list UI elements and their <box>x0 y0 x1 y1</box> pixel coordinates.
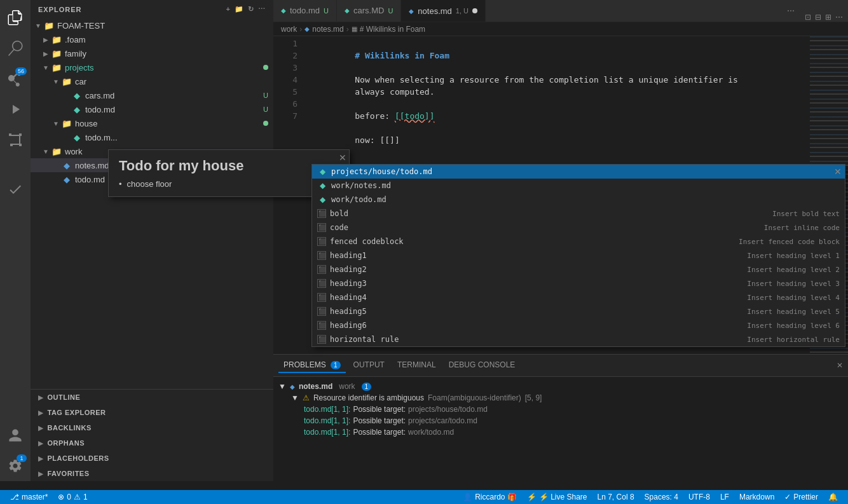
hover-bullet-dot: • <box>119 179 122 189</box>
split-horizontal-icon[interactable]: ⊟ <box>815 13 821 22</box>
new-file-icon[interactable]: + <box>226 5 231 13</box>
completion-label-3: work/todo.md <box>331 195 836 204</box>
problems-row-3-file: todo.md[1, 1]: <box>304 428 350 437</box>
tree-arrow-car: ▼ <box>51 78 61 85</box>
sidebar-section-outline[interactable]: ▶ OUTLINE <box>31 390 273 405</box>
tree-item-projects[interactable]: ▼ 📁 projects <box>31 60 273 74</box>
completion-item-fenced[interactable]: ⬛ fenced codeblock Insert fenced code bl… <box>312 235 845 249</box>
completion-item-h1[interactable]: ⬛ heading1 Insert heading level 1 <box>312 249 845 262</box>
status-feedback[interactable]: 🔔 <box>823 490 843 504</box>
tree-item-car[interactable]: ▼ 📁 car <box>31 74 273 88</box>
line-num-2: 2 <box>273 50 297 62</box>
sidebar-section-orphans[interactable]: ▶ ORPHANS <box>31 435 273 451</box>
hover-close-button[interactable]: ✕ <box>339 153 346 163</box>
projects-badge <box>263 65 268 70</box>
run-activity-icon[interactable] <box>0 94 31 125</box>
problems-tab-problems[interactable]: PROBLEMS 1 <box>278 358 346 373</box>
sidebar-section-favorites[interactable]: ▶ FAVORITES <box>31 466 273 481</box>
status-encoding[interactable]: UTF-8 <box>683 490 715 504</box>
completion-item-h2[interactable]: ⬛ heading2 Insert heading level 2 <box>312 262 845 276</box>
settings-badge: 1 <box>17 454 27 462</box>
tree-item-cars-md[interactable]: ◆ cars.md U <box>31 88 273 102</box>
tree-item-house[interactable]: ▼ 📁 house <box>31 116 273 130</box>
problems-group-header[interactable]: ▼ ◆ notes.md work 1 <box>278 381 843 392</box>
status-prettier[interactable]: ✓ Prettier <box>779 490 823 504</box>
tag-explorer-label: TAG EXPLORER <box>48 409 106 416</box>
completion-item-bold[interactable]: ⬛ bold Insert bold text <box>312 207 845 221</box>
user-label: Riccardo 🎁 <box>475 493 517 501</box>
eol-label: LF <box>720 493 729 501</box>
more-actions-icon[interactable]: ⋯ <box>835 13 843 22</box>
editor-layout-icon[interactable]: ⊞ <box>825 13 831 22</box>
warning-triangle-icon: ⚠ <box>303 393 310 402</box>
status-eol[interactable]: LF <box>715 490 734 504</box>
status-language[interactable]: Markdown <box>734 490 779 504</box>
account-activity-icon[interactable] <box>0 420 31 451</box>
sidebar-section-placeholders[interactable]: ▶ PLACEHOLDERS <box>31 451 273 466</box>
problems-badge: 1 <box>331 361 341 369</box>
problems-tab-terminal[interactable]: TERMINAL <box>392 358 441 373</box>
completion-item-h4[interactable]: ⬛ heading4 Insert heading level 4 <box>312 290 845 304</box>
status-branch[interactable]: ⎇ master* <box>5 490 53 504</box>
completion-desc-h2: Insert heading level 2 <box>747 266 840 274</box>
warning-message: Resource identifier is ambiguous <box>313 393 424 402</box>
completion-item-h3[interactable]: ⬛ heading3 Insert heading level 3 <box>312 276 845 290</box>
files-activity-icon[interactable] <box>0 3 31 33</box>
collapse-icon[interactable]: ⋯ <box>258 5 266 13</box>
problems-tab-debug[interactable]: DEBUG CONSOLE <box>444 358 521 373</box>
tree-item-todo-car[interactable]: ◆ todo.md U <box>31 102 273 116</box>
tab-cars[interactable]: ◆ cars.MD U <box>337 0 401 22</box>
breadcrumb-work[interactable]: work <box>281 25 297 34</box>
completion-item-code[interactable]: ⬛ code Insert inline code <box>312 221 845 235</box>
problems-row-1-file: todo.md[1, 1]: <box>304 405 350 414</box>
problems-panel-controls: ✕ <box>837 361 843 370</box>
tab-todo[interactable]: ◆ todo.md U <box>273 0 337 22</box>
editor-line-6: before: [[todo]] <box>305 98 810 110</box>
line-8-now: now: [[]] <box>355 135 399 145</box>
group-file-icon: ◆ <box>290 383 295 390</box>
sidebar-section-tag-explorer[interactable]: ▶ TAG EXPLORER <box>31 405 273 420</box>
sidebar-section-backlinks[interactable]: ▶ BACKLINKS <box>31 420 273 435</box>
completion-item-h6[interactable]: ⬛ heading6 Insert heading level 6 <box>312 318 845 332</box>
status-spaces[interactable]: Spaces: 4 <box>639 490 683 504</box>
line-num-3: 3 <box>273 62 297 74</box>
tree-root[interactable]: ▼ 📁 FOAM-TEST <box>31 18 273 32</box>
status-position[interactable]: Ln 7, Col 8 <box>592 490 639 504</box>
close-panel-icon[interactable]: ✕ <box>837 361 843 370</box>
status-liveshare[interactable]: ⚡ ⚡ Live Share <box>522 490 592 504</box>
split-editor-icon[interactable]: ⊡ <box>805 13 811 22</box>
tree-arrow-foam: ▶ <box>41 36 51 43</box>
tab-notes[interactable]: ◆ notes.md 1, U <box>401 0 486 22</box>
breadcrumb-section[interactable]: # Wikilinks in Foam <box>360 25 425 34</box>
refresh-icon[interactable]: ↻ <box>248 5 254 13</box>
problems-tab-output[interactable]: OUTPUT <box>348 358 390 373</box>
completion-desc-h6: Insert heading level 6 <box>747 322 840 330</box>
breadcrumb-notes-md[interactable]: notes.md <box>312 25 343 34</box>
test-activity-icon[interactable] <box>0 174 31 205</box>
language-label: Markdown <box>739 493 774 501</box>
settings-activity-icon[interactable]: 1 <box>0 451 31 481</box>
branch-icon: ⎇ <box>10 493 19 501</box>
tree-item-todo-house[interactable]: ◆ todo.m... <box>31 130 273 144</box>
completion-close-button[interactable]: ✕ <box>831 165 845 179</box>
completion-item-h5[interactable]: ⬛ heading5 Insert heading level 5 <box>312 304 845 318</box>
extensions-activity-icon[interactable] <box>0 125 31 155</box>
tab-bar-more[interactable]: ⋯ <box>782 0 800 22</box>
cars-modified-badge: U <box>263 92 268 99</box>
tree-item-family[interactable]: ▶ 📁 family <box>31 46 273 60</box>
completion-icon-code: ⬛ <box>317 223 326 232</box>
hover-popup-title: Todo for my house <box>119 158 339 174</box>
tree-item-foam[interactable]: ▶ 📁 .foam <box>31 32 273 46</box>
completion-item-3[interactable]: ◆ work/todo.md <box>312 193 845 207</box>
line-num-6: 6 <box>273 98 297 110</box>
encoding-label: UTF-8 <box>688 493 710 501</box>
source-control-activity-icon[interactable]: 56 <box>0 64 31 94</box>
completion-item-2[interactable]: ◆ work/notes.md <box>312 179 845 193</box>
outline-arrow: ▶ <box>38 394 44 401</box>
new-folder-icon[interactable]: 📁 <box>235 5 244 13</box>
completion-item-hr[interactable]: ⬛ horizontal rule Insert horizontal rule <box>312 332 845 346</box>
status-errors[interactable]: ⊗ 0 ⚠ 1 <box>53 490 92 504</box>
status-user[interactable]: 👤 Riccardo 🎁 <box>458 490 522 504</box>
completion-item-1[interactable]: ◆ projects/house/todo.md <box>312 165 845 179</box>
search-activity-icon[interactable] <box>0 33 31 64</box>
